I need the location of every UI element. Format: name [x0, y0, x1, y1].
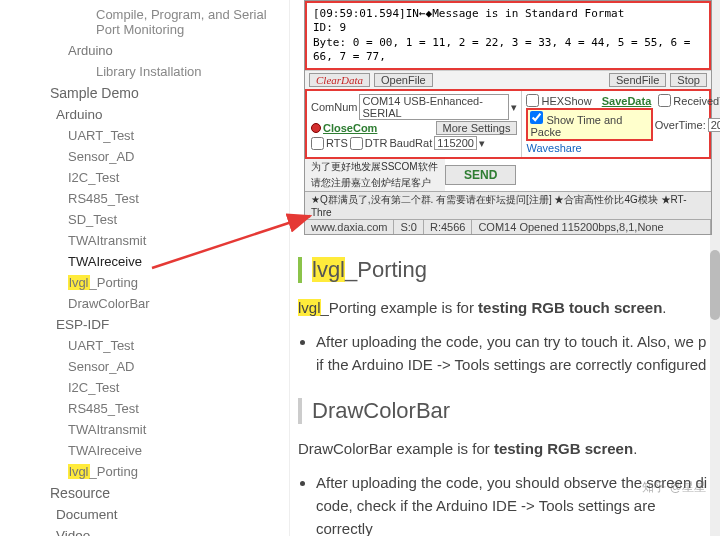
nav-item-Sensor_AD[interactable]: Sensor_AD	[0, 146, 289, 167]
showtime-checkbox[interactable]	[530, 111, 543, 124]
clear-data-button[interactable]: ClearData	[309, 73, 370, 87]
watermark: 知乎 @星星	[642, 479, 706, 496]
baud-label: BaudRat	[389, 137, 432, 149]
open-file-button[interactable]: OpenFile	[374, 73, 433, 87]
dropdown-icon[interactable]: ▾	[511, 101, 517, 114]
nav-item-Arduino[interactable]: Arduino	[0, 40, 289, 61]
nav-item-I2C_Test[interactable]: I2C_Test	[0, 377, 289, 398]
nav-item-I2C_Test[interactable]: I2C_Test	[0, 167, 289, 188]
cn-note-2: 请您注册嘉立创炉结尾客户	[305, 175, 445, 191]
nav-item-ESP-IDF[interactable]: ESP-IDF	[0, 314, 289, 335]
nav-item-RS485_Test[interactable]: RS485_Test	[0, 188, 289, 209]
baud-select[interactable]: 115200	[434, 136, 477, 150]
close-com-icon[interactable]	[311, 123, 321, 133]
log-line: [09:59:01.594]IN←◆Message is in Standard…	[313, 7, 703, 21]
receivedtofile-checkbox[interactable]	[658, 94, 671, 107]
nav-item-lvgl_Porting[interactable]: lvgl_Porting	[0, 272, 289, 293]
nav-item-DrawColorBar[interactable]: DrawColorBar	[0, 293, 289, 314]
nav-item-TWAItransmit[interactable]: TWAItransmit	[0, 230, 289, 251]
hexshow-checkbox[interactable]	[526, 94, 539, 107]
status-bar: www.daxia.com S:0 R:4566 COM14 Opened 11…	[305, 219, 711, 234]
sidebar: Compile, Program, and Serial Port Monito…	[0, 0, 290, 536]
nav-item-TWAIreceive[interactable]: TWAIreceive	[0, 440, 289, 461]
hexshow-label: HEXShow	[541, 95, 591, 107]
close-com-button[interactable]: CloseCom	[323, 122, 377, 134]
nav-item-Video[interactable]: Video	[0, 525, 289, 536]
receivedtofile-label: ReceivedToFile	[673, 95, 720, 107]
para-lvgl: lvgl_Porting example is for testing RGB …	[298, 297, 712, 320]
showtime-label: Show Time and Packe	[530, 114, 622, 138]
nav-item-Document[interactable]: Document	[0, 504, 289, 525]
bullet-lvgl: After uploading the code, you can try to…	[316, 330, 712, 377]
overtime-input[interactable]: 20	[708, 118, 720, 132]
nav-item-UART_Test[interactable]: UART_Test	[0, 125, 289, 146]
nav-item-SD_Test[interactable]: SD_Test	[0, 209, 289, 230]
dtr-label: DTR	[365, 137, 388, 149]
heading-drawcolorbar: DrawColorBar	[298, 398, 712, 424]
dropdown-icon[interactable]: ▾	[479, 137, 485, 150]
status-site: www.daxia.com	[305, 220, 394, 234]
dtr-checkbox[interactable]	[350, 137, 363, 150]
status-r: R:4566	[424, 220, 472, 234]
nav-item-Compile, Program, and Serial Port Monitoring[interactable]: Compile, Program, and Serial Port Monito…	[0, 4, 289, 40]
savedata-link[interactable]: SaveData	[602, 95, 652, 107]
ad-line: ★Q群满员了,没有第二个群. 有需要请在虾坛提问[注册] ★合宙高性价比4G模块…	[305, 191, 711, 219]
status-s: S:0	[394, 220, 424, 234]
nav-item-lvgl_Porting[interactable]: lvgl_Porting	[0, 461, 289, 482]
stop-button[interactable]: Stop	[670, 73, 707, 87]
nav-item-Resource[interactable]: Resource	[0, 482, 289, 504]
more-settings-button[interactable]: More Settings	[436, 121, 518, 135]
cn-note-1: 为了更好地发展SSCOM软件	[305, 159, 445, 175]
waveshare-text: Waveshare	[526, 142, 581, 154]
nav-item-UART_Test[interactable]: UART_Test	[0, 335, 289, 356]
nav-item-Sensor_AD[interactable]: Sensor_AD	[0, 356, 289, 377]
comnum-select[interactable]: COM14 USB-Enhanced-SERIAL	[359, 94, 509, 120]
overtime-label: OverTime:	[655, 119, 706, 131]
log-line: ID: 9	[313, 21, 703, 35]
nav-item-Sample Demo[interactable]: Sample Demo	[0, 82, 289, 104]
nav-item-TWAIreceive[interactable]: TWAIreceive	[0, 251, 289, 272]
log-line: Byte: 0 = 00, 1 = 11, 2 = 22, 3 = 33, 4 …	[313, 36, 703, 65]
para-draw: DrawColorBar example is for testing RGB …	[298, 438, 712, 461]
status-port: COM14 Opened 115200bps,8,1,None	[472, 220, 711, 234]
serial-log: [09:59:01.594]IN←◆Message is in Standard…	[305, 1, 711, 70]
nav-item-RS485_Test[interactable]: RS485_Test	[0, 398, 289, 419]
rts-label: RTS	[326, 137, 348, 149]
comnum-label: ComNum	[311, 101, 357, 113]
nav-item-Library Installation[interactable]: Library Installation	[0, 61, 289, 82]
serial-tool-screenshot: [09:59:01.594]IN←◆Message is in Standard…	[304, 0, 712, 235]
send-file-button[interactable]: SendFile	[609, 73, 666, 87]
nav-item-TWAItransmit[interactable]: TWAItransmit	[0, 419, 289, 440]
send-button[interactable]: SEND	[445, 165, 516, 185]
rts-checkbox[interactable]	[311, 137, 324, 150]
nav-item-Arduino[interactable]: Arduino	[0, 104, 289, 125]
content-area: [09:59:01.594]IN←◆Message is in Standard…	[290, 0, 720, 536]
heading-lvgl-porting: lvgl_Porting	[298, 257, 712, 283]
